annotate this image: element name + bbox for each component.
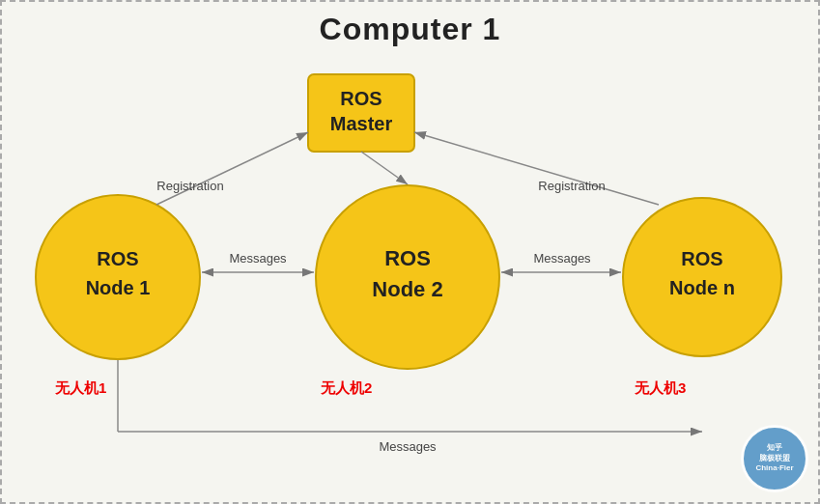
reg-line-2 [414, 132, 659, 205]
node2-label2: Node 2 [372, 277, 442, 301]
node2-label1: ROS [384, 246, 431, 270]
drone3-label: 无人机3 [634, 379, 686, 396]
master-label1: ROS [340, 88, 382, 109]
noden-label1: ROS [681, 248, 722, 269]
drone2-label: 无人机2 [320, 379, 372, 396]
master-node2-line [361, 152, 408, 184]
node1-label1: ROS [97, 248, 138, 269]
msg-label-bottom: Messages [379, 439, 437, 454]
diagram-svg: ROS Master ROS Node 1 ROS Node 2 ROS Nod… [2, 55, 820, 504]
drone1-label: 无人机1 [54, 379, 106, 396]
reg-label-2: Registration [538, 179, 605, 193]
master-label2: Master [330, 113, 393, 134]
reg-label-1: Registration [156, 179, 223, 193]
msg-label-1: Messages [229, 251, 287, 266]
main-container: Computer 1 ROS Master ROS Node 1 ROS Nod… [0, 0, 820, 504]
page-title: Computer 1 [2, 2, 818, 47]
node1-label2: Node 1 [86, 277, 151, 298]
reg-line-1 [156, 132, 308, 205]
msg-label-2: Messages [533, 251, 591, 266]
noden-label2: Node n [669, 277, 735, 298]
